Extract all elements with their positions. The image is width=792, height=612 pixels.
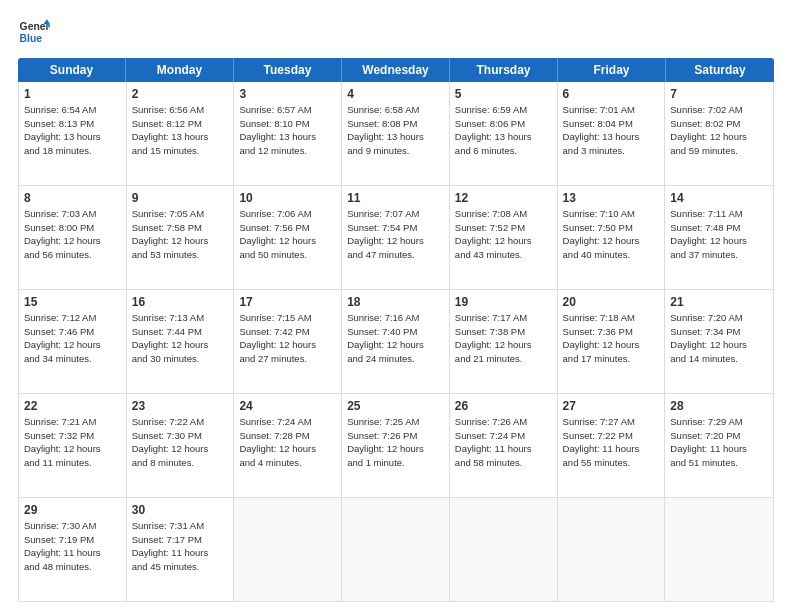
cell-info: Sunrise: 7:01 AM Sunset: 8:04 PM Dayligh…	[563, 104, 640, 156]
calendar-cell: 21Sunrise: 7:20 AM Sunset: 7:34 PM Dayli…	[665, 290, 773, 393]
cell-info: Sunrise: 7:26 AM Sunset: 7:24 PM Dayligh…	[455, 416, 532, 468]
calendar-cell: 17Sunrise: 7:15 AM Sunset: 7:42 PM Dayli…	[234, 290, 342, 393]
calendar-cell	[342, 498, 450, 601]
calendar-cell: 19Sunrise: 7:17 AM Sunset: 7:38 PM Dayli…	[450, 290, 558, 393]
calendar-cell: 2Sunrise: 6:56 AM Sunset: 8:12 PM Daylig…	[127, 82, 235, 185]
logo-icon: General Blue	[18, 16, 50, 48]
calendar-cell: 12Sunrise: 7:08 AM Sunset: 7:52 PM Dayli…	[450, 186, 558, 289]
calendar-cell: 10Sunrise: 7:06 AM Sunset: 7:56 PM Dayli…	[234, 186, 342, 289]
cell-info: Sunrise: 7:24 AM Sunset: 7:28 PM Dayligh…	[239, 416, 316, 468]
day-number: 11	[347, 190, 444, 206]
cell-info: Sunrise: 7:13 AM Sunset: 7:44 PM Dayligh…	[132, 312, 209, 364]
day-number: 6	[563, 86, 660, 102]
cell-info: Sunrise: 7:16 AM Sunset: 7:40 PM Dayligh…	[347, 312, 424, 364]
cell-info: Sunrise: 7:25 AM Sunset: 7:26 PM Dayligh…	[347, 416, 424, 468]
calendar-cell: 15Sunrise: 7:12 AM Sunset: 7:46 PM Dayli…	[19, 290, 127, 393]
day-number: 19	[455, 294, 552, 310]
header-day-wednesday: Wednesday	[342, 58, 450, 82]
day-number: 28	[670, 398, 768, 414]
calendar-cell: 13Sunrise: 7:10 AM Sunset: 7:50 PM Dayli…	[558, 186, 666, 289]
cell-info: Sunrise: 7:29 AM Sunset: 7:20 PM Dayligh…	[670, 416, 747, 468]
cell-info: Sunrise: 7:27 AM Sunset: 7:22 PM Dayligh…	[563, 416, 640, 468]
cell-info: Sunrise: 7:03 AM Sunset: 8:00 PM Dayligh…	[24, 208, 101, 260]
calendar-header: SundayMondayTuesdayWednesdayThursdayFrid…	[18, 58, 774, 82]
calendar-cell: 16Sunrise: 7:13 AM Sunset: 7:44 PM Dayli…	[127, 290, 235, 393]
header-day-sunday: Sunday	[18, 58, 126, 82]
day-number: 23	[132, 398, 229, 414]
calendar-cell: 1Sunrise: 6:54 AM Sunset: 8:13 PM Daylig…	[19, 82, 127, 185]
cell-info: Sunrise: 7:02 AM Sunset: 8:02 PM Dayligh…	[670, 104, 747, 156]
cell-info: Sunrise: 7:15 AM Sunset: 7:42 PM Dayligh…	[239, 312, 316, 364]
cell-info: Sunrise: 7:10 AM Sunset: 7:50 PM Dayligh…	[563, 208, 640, 260]
calendar-cell: 7Sunrise: 7:02 AM Sunset: 8:02 PM Daylig…	[665, 82, 773, 185]
calendar-cell	[450, 498, 558, 601]
cell-info: Sunrise: 6:56 AM Sunset: 8:12 PM Dayligh…	[132, 104, 209, 156]
day-number: 13	[563, 190, 660, 206]
calendar-cell	[234, 498, 342, 601]
calendar-cell: 8Sunrise: 7:03 AM Sunset: 8:00 PM Daylig…	[19, 186, 127, 289]
day-number: 8	[24, 190, 121, 206]
header-day-tuesday: Tuesday	[234, 58, 342, 82]
cell-info: Sunrise: 7:18 AM Sunset: 7:36 PM Dayligh…	[563, 312, 640, 364]
day-number: 14	[670, 190, 768, 206]
cell-info: Sunrise: 7:20 AM Sunset: 7:34 PM Dayligh…	[670, 312, 747, 364]
cell-info: Sunrise: 6:58 AM Sunset: 8:08 PM Dayligh…	[347, 104, 424, 156]
day-number: 20	[563, 294, 660, 310]
calendar-cell: 20Sunrise: 7:18 AM Sunset: 7:36 PM Dayli…	[558, 290, 666, 393]
calendar-cell: 26Sunrise: 7:26 AM Sunset: 7:24 PM Dayli…	[450, 394, 558, 497]
calendar-cell: 4Sunrise: 6:58 AM Sunset: 8:08 PM Daylig…	[342, 82, 450, 185]
day-number: 15	[24, 294, 121, 310]
day-number: 21	[670, 294, 768, 310]
day-number: 1	[24, 86, 121, 102]
cell-info: Sunrise: 6:54 AM Sunset: 8:13 PM Dayligh…	[24, 104, 101, 156]
cell-info: Sunrise: 7:22 AM Sunset: 7:30 PM Dayligh…	[132, 416, 209, 468]
cell-info: Sunrise: 7:30 AM Sunset: 7:19 PM Dayligh…	[24, 520, 101, 572]
day-number: 3	[239, 86, 336, 102]
header-day-monday: Monday	[126, 58, 234, 82]
day-number: 25	[347, 398, 444, 414]
header-day-thursday: Thursday	[450, 58, 558, 82]
day-number: 30	[132, 502, 229, 518]
cell-info: Sunrise: 7:12 AM Sunset: 7:46 PM Dayligh…	[24, 312, 101, 364]
calendar-cell: 9Sunrise: 7:05 AM Sunset: 7:58 PM Daylig…	[127, 186, 235, 289]
day-number: 4	[347, 86, 444, 102]
day-number: 18	[347, 294, 444, 310]
cell-info: Sunrise: 7:21 AM Sunset: 7:32 PM Dayligh…	[24, 416, 101, 468]
calendar-week-5: 29Sunrise: 7:30 AM Sunset: 7:19 PM Dayli…	[19, 498, 773, 601]
calendar-cell: 28Sunrise: 7:29 AM Sunset: 7:20 PM Dayli…	[665, 394, 773, 497]
svg-text:Blue: Blue	[20, 33, 43, 44]
calendar-cell: 27Sunrise: 7:27 AM Sunset: 7:22 PM Dayli…	[558, 394, 666, 497]
day-number: 17	[239, 294, 336, 310]
calendar-cell: 11Sunrise: 7:07 AM Sunset: 7:54 PM Dayli…	[342, 186, 450, 289]
calendar-cell: 14Sunrise: 7:11 AM Sunset: 7:48 PM Dayli…	[665, 186, 773, 289]
day-number: 12	[455, 190, 552, 206]
calendar-week-4: 22Sunrise: 7:21 AM Sunset: 7:32 PM Dayli…	[19, 394, 773, 498]
day-number: 22	[24, 398, 121, 414]
calendar-cell	[558, 498, 666, 601]
day-number: 7	[670, 86, 768, 102]
cell-info: Sunrise: 6:57 AM Sunset: 8:10 PM Dayligh…	[239, 104, 316, 156]
cell-info: Sunrise: 7:07 AM Sunset: 7:54 PM Dayligh…	[347, 208, 424, 260]
cell-info: Sunrise: 7:11 AM Sunset: 7:48 PM Dayligh…	[670, 208, 747, 260]
calendar-cell: 29Sunrise: 7:30 AM Sunset: 7:19 PM Dayli…	[19, 498, 127, 601]
calendar-cell: 3Sunrise: 6:57 AM Sunset: 8:10 PM Daylig…	[234, 82, 342, 185]
logo: General Blue	[18, 16, 50, 48]
calendar-cell: 6Sunrise: 7:01 AM Sunset: 8:04 PM Daylig…	[558, 82, 666, 185]
calendar-week-1: 1Sunrise: 6:54 AM Sunset: 8:13 PM Daylig…	[19, 82, 773, 186]
cell-info: Sunrise: 7:08 AM Sunset: 7:52 PM Dayligh…	[455, 208, 532, 260]
header-day-friday: Friday	[558, 58, 666, 82]
calendar-cell: 22Sunrise: 7:21 AM Sunset: 7:32 PM Dayli…	[19, 394, 127, 497]
cell-info: Sunrise: 6:59 AM Sunset: 8:06 PM Dayligh…	[455, 104, 532, 156]
day-number: 24	[239, 398, 336, 414]
calendar-week-2: 8Sunrise: 7:03 AM Sunset: 8:00 PM Daylig…	[19, 186, 773, 290]
calendar-body: 1Sunrise: 6:54 AM Sunset: 8:13 PM Daylig…	[18, 82, 774, 602]
calendar: SundayMondayTuesdayWednesdayThursdayFrid…	[18, 58, 774, 602]
cell-info: Sunrise: 7:31 AM Sunset: 7:17 PM Dayligh…	[132, 520, 209, 572]
header: General Blue	[18, 16, 774, 48]
calendar-cell	[665, 498, 773, 601]
calendar-cell: 25Sunrise: 7:25 AM Sunset: 7:26 PM Dayli…	[342, 394, 450, 497]
calendar-week-3: 15Sunrise: 7:12 AM Sunset: 7:46 PM Dayli…	[19, 290, 773, 394]
calendar-cell: 5Sunrise: 6:59 AM Sunset: 8:06 PM Daylig…	[450, 82, 558, 185]
day-number: 5	[455, 86, 552, 102]
day-number: 29	[24, 502, 121, 518]
